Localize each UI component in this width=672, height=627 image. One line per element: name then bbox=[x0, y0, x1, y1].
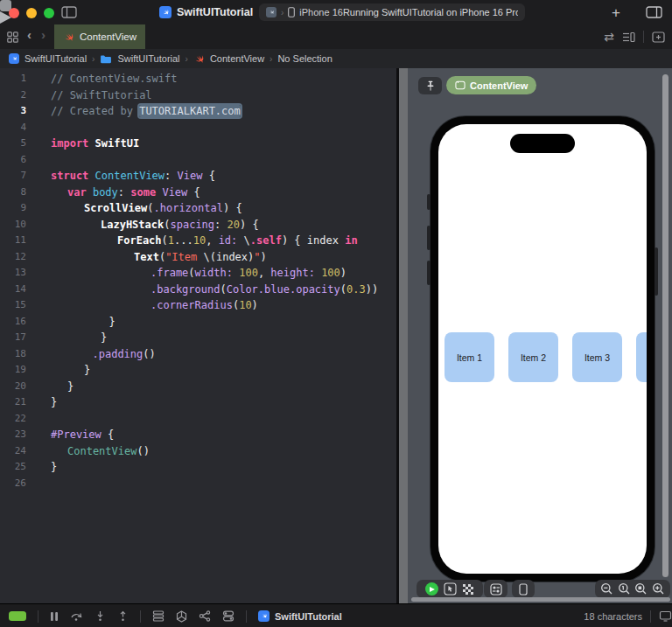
preview-horizontal-scrollbar[interactable] bbox=[411, 597, 670, 602]
pin-button[interactable] bbox=[418, 77, 442, 94]
code-line[interactable]: 6 bbox=[0, 152, 396, 169]
line-number[interactable]: 7 bbox=[0, 168, 38, 185]
back-chevron-icon[interactable]: ‹ bbox=[27, 27, 32, 42]
environment-overrides-icon[interactable] bbox=[222, 610, 234, 622]
line-number[interactable]: 2 bbox=[0, 87, 38, 104]
code-line[interactable]: 3// Created by TUTORIALKART.com bbox=[0, 103, 396, 120]
code-line[interactable]: 1// ContentView.swift bbox=[0, 71, 396, 87]
code-line[interactable]: 18.padding() bbox=[0, 346, 396, 363]
line-number[interactable]: 1 bbox=[0, 71, 38, 87]
step-over-icon[interactable] bbox=[70, 610, 83, 622]
code-line[interactable]: 15.cornerRadius(10) bbox=[0, 297, 396, 314]
traffic-zoom[interactable] bbox=[44, 8, 54, 18]
line-number[interactable]: 12 bbox=[0, 249, 38, 266]
device-name[interactable]: iPhone 16 bbox=[299, 7, 343, 17]
line-number[interactable]: 13 bbox=[0, 265, 38, 282]
code-line[interactable]: 12Text("Item \(index)") bbox=[0, 249, 396, 266]
code-line[interactable]: 23#Preview { bbox=[0, 427, 396, 443]
code-line[interactable]: 8var body: some View { bbox=[0, 185, 396, 201]
code-line[interactable]: 17} bbox=[0, 330, 396, 346]
step-out-icon[interactable] bbox=[117, 610, 129, 622]
preview-selector-pill[interactable]: ContentView bbox=[446, 76, 536, 94]
breadcrumb-group[interactable]: SwiftUITutorial bbox=[117, 53, 179, 64]
code-line[interactable]: 25} bbox=[0, 459, 396, 476]
zoom-fit-icon[interactable] bbox=[634, 581, 649, 597]
view-hierarchy-icon[interactable] bbox=[152, 610, 164, 622]
line-number[interactable]: 16 bbox=[0, 314, 38, 331]
toolbar-status-pill[interactable]: › iPhone 16 Running SwiftUITutorial on i… bbox=[259, 3, 525, 21]
selectable-pointer-icon[interactable] bbox=[444, 582, 457, 596]
traffic-close[interactable] bbox=[9, 8, 19, 18]
code-line[interactable]: 22 bbox=[0, 411, 396, 428]
debug-process[interactable]: SwiftUITutorial bbox=[258, 610, 342, 622]
breadcrumb-project[interactable]: SwiftUITutorial bbox=[24, 53, 87, 64]
grid-icon[interactable] bbox=[7, 31, 18, 43]
phone-icon[interactable] bbox=[519, 583, 528, 596]
line-number[interactable]: 17 bbox=[0, 330, 38, 346]
line-number[interactable]: 14 bbox=[0, 282, 38, 298]
simulate-location-icon[interactable] bbox=[199, 610, 211, 622]
forward-chevron-icon[interactable]: › bbox=[41, 27, 46, 42]
line-number[interactable]: 11 bbox=[0, 233, 38, 249]
code-line[interactable]: 2// SwiftTutorial bbox=[0, 87, 396, 104]
breakpoints-toggle[interactable] bbox=[9, 611, 26, 621]
memory-graph-icon[interactable] bbox=[176, 610, 187, 623]
code-line[interactable]: 13.frame(width: 100, height: 100) bbox=[0, 265, 396, 282]
line-number[interactable]: 22 bbox=[0, 411, 38, 428]
preview-pill-label: ContentView bbox=[470, 80, 528, 91]
line-number[interactable]: 8 bbox=[0, 185, 38, 201]
line-number[interactable]: 19 bbox=[0, 362, 38, 379]
code-line[interactable]: 9ScrollView(.horizontal) { bbox=[0, 200, 396, 217]
code-line[interactable]: 5import SwiftUI bbox=[0, 136, 396, 152]
line-number[interactable]: 20 bbox=[0, 379, 38, 395]
line-number[interactable]: 6 bbox=[0, 152, 38, 169]
editor-scrollbar[interactable] bbox=[399, 68, 408, 603]
zoom-out-icon[interactable] bbox=[599, 581, 615, 597]
preview-vertical-scrollbar[interactable] bbox=[662, 74, 668, 577]
code-line[interactable]: 19} bbox=[0, 362, 396, 379]
code-editor[interactable]: 1// ContentView.swift2// SwiftTutorial3/… bbox=[0, 68, 396, 603]
code-line[interactable]: 4 bbox=[0, 120, 396, 136]
code-line[interactable]: 10LazyHStack(spacing: 20) { bbox=[0, 217, 396, 233]
display-icon[interactable] bbox=[659, 610, 672, 622]
line-number[interactable]: 18 bbox=[0, 346, 38, 363]
code-line[interactable]: 21} bbox=[0, 394, 396, 411]
step-into-icon[interactable] bbox=[94, 610, 106, 622]
line-number[interactable]: 15 bbox=[0, 297, 38, 314]
line-number[interactable]: 21 bbox=[0, 394, 38, 411]
line-number[interactable]: 23 bbox=[0, 427, 38, 443]
line-number[interactable]: 5 bbox=[0, 136, 38, 152]
code-line[interactable]: 11ForEach(1...10, id: \.self) { index in bbox=[0, 233, 396, 249]
add-editor-icon[interactable] bbox=[652, 31, 665, 43]
live-play-icon[interactable] bbox=[425, 582, 438, 596]
breadcrumb-selection[interactable]: No Selection bbox=[277, 53, 332, 64]
code-line[interactable]: 26 bbox=[0, 476, 396, 492]
code-line[interactable]: 20} bbox=[0, 379, 396, 395]
pause-icon[interactable] bbox=[50, 611, 59, 622]
swap-icon[interactable]: ⇄ bbox=[604, 31, 614, 43]
line-number[interactable]: 3 bbox=[0, 103, 38, 120]
editor-layout-icon[interactable] bbox=[646, 6, 662, 18]
code-line[interactable]: 24ContentView() bbox=[0, 443, 396, 460]
zoom-in-icon[interactable] bbox=[651, 581, 667, 597]
line-number[interactable]: 4 bbox=[0, 120, 38, 136]
code-line[interactable]: 16} bbox=[0, 314, 396, 331]
variants-checkerboard-icon[interactable] bbox=[462, 583, 474, 596]
code-line[interactable]: 14.background(Color.blue.opacity(0.3)) bbox=[0, 282, 396, 298]
line-number[interactable]: 24 bbox=[0, 443, 38, 460]
phone-screen[interactable]: Item 1Item 2Item 3Item 4 bbox=[438, 124, 647, 574]
traffic-minimize[interactable] bbox=[26, 8, 37, 18]
device-settings-icon[interactable] bbox=[489, 583, 503, 596]
code-line[interactable]: 7struct ContentView: View { bbox=[0, 168, 396, 185]
line-number[interactable]: 9 bbox=[0, 200, 38, 217]
code-lines[interactable]: 1// ContentView.swift2// SwiftTutorial3/… bbox=[0, 68, 396, 491]
add-tab-icon[interactable]: + bbox=[612, 4, 620, 22]
tab-contentview[interactable]: ContentView bbox=[54, 24, 145, 49]
zoom-actual-icon[interactable] bbox=[617, 581, 633, 597]
navigator-toggle-icon[interactable] bbox=[61, 6, 77, 18]
minimap-icon[interactable] bbox=[622, 31, 635, 43]
line-number[interactable]: 25 bbox=[0, 459, 38, 476]
line-number[interactable]: 10 bbox=[0, 217, 38, 233]
breadcrumb-file[interactable]: ContentView bbox=[210, 53, 264, 64]
line-number[interactable]: 26 bbox=[0, 476, 38, 492]
